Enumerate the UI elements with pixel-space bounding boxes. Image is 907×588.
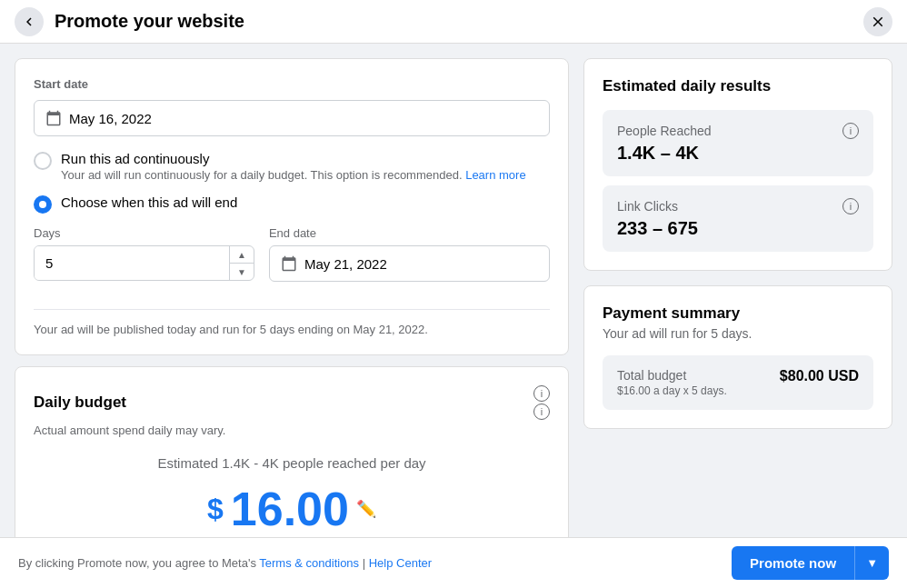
radio-continuous[interactable]: Run this ad continuously Your ad will ru… [34,151,550,182]
radio-end[interactable]: Choose when this ad will end [34,194,550,214]
end-date-input[interactable]: May 21, 2022 [269,245,550,282]
total-box: Total budget $16.00 a day x 5 days. $80.… [603,355,873,410]
dollar-sign: $ [207,493,224,526]
clicks-label: Link Clicks [617,199,678,214]
chevron-down-icon: ▼ [866,556,878,570]
budget-info-icons: i i [533,385,550,420]
right-panel: Estimated daily results People Reached i… [583,58,892,523]
footer-prefix: By clicking Promote now, you agree to Me… [18,556,259,570]
radio-end-content: Choose when this ad will end [61,194,237,210]
radio-end-label: Choose when this ad will end [61,194,237,210]
back-button[interactable] [15,7,44,36]
total-left: Total budget $16.00 a day x 5 days. [617,368,727,397]
amount-value: 16.00 [231,485,349,533]
terms-link[interactable]: Terms & conditions [259,556,359,570]
start-date-input[interactable]: May 16, 2022 [34,100,550,136]
budget-info-icon-1[interactable]: i [533,385,550,402]
results-title: Estimated daily results [603,77,873,95]
budget-header: Daily budget i i [34,385,550,420]
budget-title: Daily budget [34,394,126,412]
people-value: 1.4K – 4K [617,143,859,164]
close-button[interactable] [863,7,892,36]
link-clicks-box: Link Clicks i 233 – 675 [603,185,873,252]
radio-end-circle [34,195,52,214]
learn-more-link[interactable]: Learn more [465,168,525,182]
end-date-value: May 21, 2022 [304,256,387,272]
days-up-button[interactable]: ▲ [230,246,254,264]
days-input[interactable] [35,246,229,280]
days-spinners: ▲ ▼ [229,246,254,280]
end-date-label: End date [269,226,550,240]
radio-continuous-label: Run this ad continuously [61,151,526,166]
people-info-icon[interactable]: i [842,123,859,139]
people-reached-box: People Reached i 1.4K – 4K [603,110,873,176]
results-card: Estimated daily results People Reached i… [583,58,892,271]
radio-continuous-sub: Your ad will run continuously for a dail… [61,168,526,182]
radio-continuous-circle [34,152,52,170]
start-date-label: Start date [34,77,550,91]
help-link[interactable]: Help Center [369,556,432,570]
end-date-column: End date May 21, 2022 [269,226,550,296]
clicks-header: Link Clicks i [617,198,859,214]
payment-sub: Your ad will run for 5 days. [603,326,873,341]
start-date-value: May 16, 2022 [69,111,152,126]
main-content: Start date May 16, 2022 Run this ad cont… [0,44,907,537]
radio-continuous-content: Run this ad continuously Your ad will ru… [61,151,526,182]
total-label: Total budget [617,368,727,383]
promote-now-button[interactable]: Promote now [732,546,854,580]
close-icon [870,14,886,30]
page-title: Promote your website [55,11,863,32]
days-label: Days [34,226,254,240]
left-panel: Start date May 16, 2022 Run this ad cont… [15,58,569,523]
footer: By clicking Promote now, you agree to Me… [0,537,907,588]
days-input-wrap: ▲ ▼ [34,245,254,281]
total-detail: $16.00 a day x 5 days. [617,384,727,397]
people-label: People Reached [617,124,712,138]
footer-actions: Promote now ▼ [732,546,889,580]
schedule-card: Start date May 16, 2022 Run this ad cont… [15,58,569,355]
amount-display: $ 16.00 ✏️ [34,485,550,533]
run-info: Your ad will be published today and run … [34,309,550,336]
clicks-info-icon[interactable]: i [842,198,859,214]
calendar-icon [45,110,62,126]
budget-sub: Actual amount spend daily may vary. [34,424,550,437]
payment-card: Payment summary Your ad will run for 5 d… [583,285,892,429]
budget-card: Daily budget i i Actual amount spend dai… [15,366,569,537]
edit-amount-icon[interactable]: ✏️ [356,499,376,519]
total-row: Total budget $16.00 a day x 5 days. $80.… [617,368,859,397]
days-column: Days ▲ ▼ [34,226,254,296]
promote-chevron-button[interactable]: ▼ [854,546,889,580]
back-icon [21,14,37,30]
people-header: People Reached i [617,123,859,139]
payment-title: Payment summary [603,304,873,323]
total-amount: $80.00 USD [780,368,859,384]
footer-separator: | [363,556,365,570]
reach-text: Estimated 1.4K - 4K people reached per d… [34,455,550,471]
days-down-button[interactable]: ▼ [230,264,254,280]
header: Promote your website [0,0,907,44]
end-calendar-icon [281,255,297,272]
footer-text: By clicking Promote now, you agree to Me… [18,556,432,570]
days-end-row: Days ▲ ▼ End date M [34,226,550,296]
clicks-value: 233 – 675 [617,218,859,239]
budget-info-icon-2[interactable]: i [533,404,550,420]
